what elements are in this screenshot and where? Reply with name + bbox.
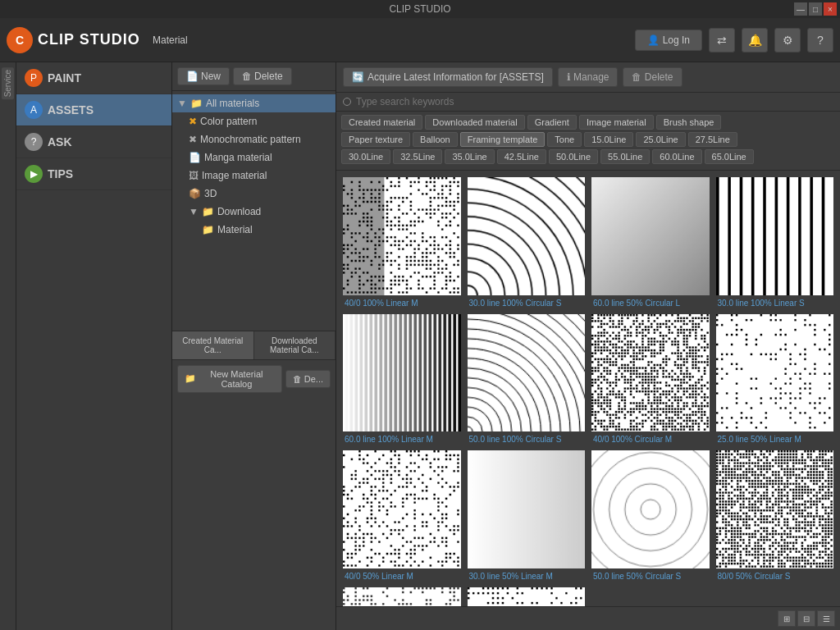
right-delete-button[interactable]: 🗑 Delete	[623, 67, 682, 87]
filter-l65[interactable]: 65.0Line	[705, 149, 754, 164]
mono-pattern-icon: ✖	[189, 134, 197, 145]
header-right: 👤 Log In ⇄ 🔔 ⚙ ?	[635, 28, 833, 52]
title-text: CLIP STUDIO	[389, 3, 450, 15]
sidebar-item-tips[interactable]: ▶ TIPS	[16, 158, 171, 190]
filter-tone[interactable]: Tone	[547, 132, 582, 147]
tree-label-all: All materials	[206, 98, 259, 109]
filter-framing[interactable]: Framing template	[460, 132, 546, 147]
filter-row-3: 30.0Line 32.5Line 35.0Line 42.5Line 50.0…	[341, 149, 835, 164]
tree-item-manga[interactable]: 📄 Manga material	[172, 148, 336, 167]
tree-item-mono[interactable]: ✖ Monochromatic pattern	[172, 130, 336, 148]
material-thumb-m14	[468, 587, 586, 607]
material-item-m7[interactable]: 40/0 100% Circular M	[591, 314, 710, 445]
material-item-m5[interactable]: 60.0 line 100% Linear M	[343, 314, 461, 445]
tab-downloaded-catalog[interactable]: Downloaded Material Ca...	[254, 331, 336, 359]
delete-catalog-button[interactable]: 🗑 De...	[285, 370, 331, 388]
filter-gradient[interactable]: Gradient	[527, 115, 577, 130]
catalog-toolbar: 📁 New Material Catalog 🗑 De...	[172, 359, 336, 398]
material-thumb-m6	[468, 314, 586, 432]
new-catalog-icon: 📁	[185, 373, 196, 384]
material-item-m2[interactable]: 30.0 line 100% Circular S	[468, 177, 586, 308]
material-item-m10[interactable]: 30.0 line 50% Linear M	[468, 450, 586, 581]
color-pattern-icon: ✖	[189, 116, 197, 127]
download-arrow: ▼	[189, 206, 199, 217]
material-item-m13[interactable]: 40/0 50% Linear M	[343, 587, 461, 607]
filter-row-1: Created material Downloaded material Gra…	[341, 115, 835, 130]
manga-icon: 📄	[189, 152, 201, 163]
tips-label: TIPS	[48, 167, 73, 180]
filter-l35[interactable]: 35.0Line	[445, 149, 494, 164]
bell-button[interactable]: 🔔	[742, 28, 768, 52]
material-label-m8: 25.0 line 50% Linear M	[716, 435, 834, 444]
new-catalog-button[interactable]: 📁 New Material Catalog	[177, 365, 282, 393]
tree-item-3d[interactable]: 📦 3D	[172, 185, 336, 203]
image-icon: 🖼	[189, 170, 199, 181]
tree-item-image[interactable]: 🖼 Image material	[172, 167, 336, 185]
material-item-m6[interactable]: 50.0 line 100% Circular S	[468, 314, 586, 445]
filter-l32[interactable]: 32.5Line	[393, 149, 442, 164]
acquire-button[interactable]: 🔄 Acquire Latest Information for [ASSETS…	[343, 67, 553, 87]
material-item-m11[interactable]: 50.0 line 50% Circular S	[591, 450, 710, 581]
right-panel: 🔄 Acquire Latest Information for [ASSETS…	[336, 62, 840, 630]
tree-label-color: Color pattern	[200, 116, 257, 127]
filter-created[interactable]: Created material	[341, 115, 422, 130]
filter-l60[interactable]: 60.0Line	[652, 149, 701, 164]
filter-l42[interactable]: 42.5Line	[497, 149, 546, 164]
filter-paper[interactable]: Paper texture	[341, 132, 410, 147]
large-grid-view-button[interactable]: ⊞	[778, 610, 796, 627]
service-sidebar: Service	[0, 62, 16, 630]
middle-toolbar: 📄 New 🗑 Delete	[172, 62, 336, 91]
material-item-m8[interactable]: 25.0 line 50% Linear M	[716, 314, 834, 445]
manage-button[interactable]: ℹ Manage	[558, 67, 619, 87]
filter-brush[interactable]: Brush shape	[656, 115, 722, 130]
new-button[interactable]: 📄 New	[177, 67, 230, 85]
filter-balloon[interactable]: Balloon	[413, 132, 458, 147]
material-item-m12[interactable]: 80/0 50% Circular S	[716, 450, 834, 581]
delete-button[interactable]: 🗑 Delete	[233, 67, 292, 85]
material-grid: 40/0 100% Linear M30.0 line 100% Circula…	[343, 177, 833, 606]
sidebar-item-paint[interactable]: P PAINT	[16, 62, 171, 94]
logo-area: C CLIP STUDIO	[7, 27, 146, 53]
minimize-button[interactable]: —	[794, 2, 807, 16]
right-toolbar: 🔄 Acquire Latest Information for [ASSETS…	[336, 62, 840, 93]
search-input[interactable]	[356, 96, 833, 107]
close-button[interactable]: ×	[824, 2, 837, 16]
material-item-m1[interactable]: 40/0 100% Linear M	[343, 177, 461, 308]
tree-item-material[interactable]: 📁 Material	[172, 221, 336, 239]
material-item-m14[interactable]	[468, 587, 586, 607]
small-grid-view-button[interactable]: ⊟	[797, 610, 815, 627]
material-item-m9[interactable]: 40/0 50% Linear M	[343, 450, 461, 581]
tab-created-catalog[interactable]: Created Material Ca...	[172, 331, 254, 359]
sidebar-item-ask[interactable]: ? ASK	[16, 126, 171, 158]
material-thumb-m2	[468, 177, 586, 295]
filter-image[interactable]: Image material	[579, 115, 654, 130]
material-label-m4: 30.0 line 100% Linear S	[716, 299, 834, 308]
filter-l15[interactable]: 15.0Line	[584, 132, 633, 147]
filter-l25[interactable]: 25.0Line	[636, 132, 685, 147]
material-tab[interactable]: Material	[153, 34, 188, 46]
filter-l55[interactable]: 55.0Line	[600, 149, 650, 164]
tree-item-all[interactable]: ▼ 📁 All materials	[172, 94, 336, 112]
material-thumb-m8	[716, 314, 834, 432]
help-button[interactable]: ?	[807, 28, 833, 52]
info-icon: ℹ	[567, 71, 571, 83]
sidebar-item-assets[interactable]: A ASSETS	[16, 94, 171, 126]
filter-bar: Created material Downloaded material Gra…	[336, 112, 840, 171]
gear-button[interactable]: ⚙	[774, 28, 801, 52]
delete-icon: 🗑	[242, 71, 252, 82]
settings2-button[interactable]: ⇄	[709, 28, 735, 52]
login-button[interactable]: 👤 Log In	[635, 30, 702, 51]
filter-l27[interactable]: 27.5Line	[688, 132, 737, 147]
material-item-m3[interactable]: 60.0 line 50% Circular L	[591, 177, 710, 308]
assets-label: ASSETS	[48, 103, 94, 116]
tree-label-image: Image material	[202, 170, 267, 181]
tree-item-download[interactable]: ▼ 📁 Download	[172, 203, 336, 221]
tree-area: ▼ 📁 All materials ✖ Color pattern ✖ Mono…	[172, 91, 336, 331]
filter-downloaded[interactable]: Downloaded material	[425, 115, 524, 130]
maximize-button[interactable]: □	[809, 2, 822, 16]
tree-item-color[interactable]: ✖ Color pattern	[172, 112, 336, 130]
list-view-button[interactable]: ☰	[817, 610, 835, 627]
filter-l50[interactable]: 50.0Line	[549, 149, 598, 164]
material-item-m4[interactable]: 30.0 line 100% Linear S	[716, 177, 834, 308]
filter-l30[interactable]: 30.0Line	[341, 149, 390, 164]
